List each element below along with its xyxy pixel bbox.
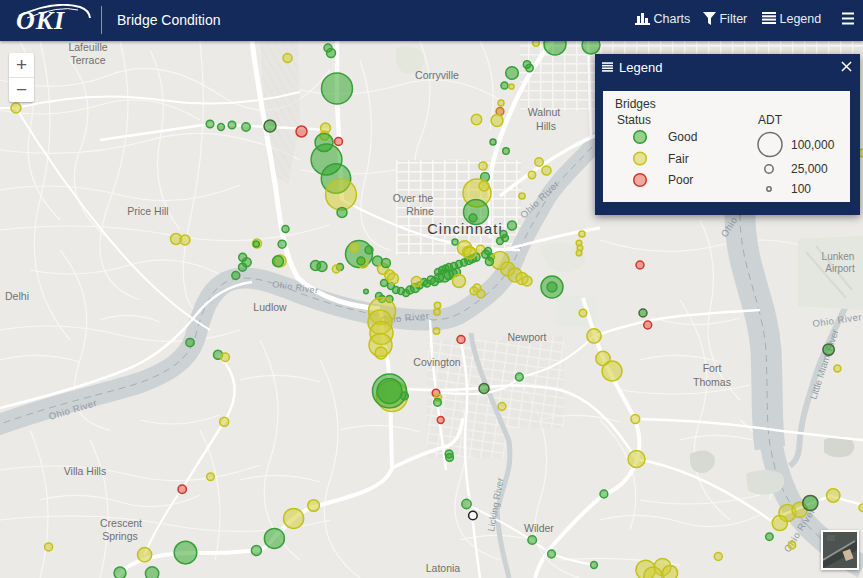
svg-text:Terrace: Terrace — [70, 54, 105, 66]
svg-text:Ludlow: Ludlow — [253, 301, 287, 313]
svg-text:Fair: Fair — [668, 152, 689, 166]
svg-text:Rhine: Rhine — [406, 205, 434, 217]
svg-text:Fort: Fort — [703, 362, 722, 374]
svg-text:Status: Status — [617, 113, 651, 127]
svg-text:Lunken: Lunken — [822, 251, 855, 262]
svg-text:Villa Hills: Villa Hills — [64, 465, 106, 477]
svg-text:Price Hill: Price Hill — [127, 205, 168, 217]
svg-text:Covington: Covington — [413, 356, 460, 368]
svg-text:25,000: 25,000 — [791, 162, 828, 176]
svg-text:100,000: 100,000 — [791, 138, 835, 152]
svg-text:Latonia: Latonia — [426, 562, 461, 574]
svg-text:Good: Good — [668, 130, 697, 144]
svg-text:Bridges: Bridges — [615, 97, 656, 111]
svg-text:Newport: Newport — [507, 331, 546, 343]
svg-text:Crescent: Crescent — [100, 517, 142, 529]
svg-text:Thomas: Thomas — [693, 376, 731, 388]
svg-text:Poor: Poor — [668, 173, 693, 187]
svg-text:Delhi: Delhi — [5, 290, 29, 302]
svg-text:Hills: Hills — [536, 120, 556, 132]
svg-text:Walnut: Walnut — [528, 106, 560, 118]
svg-text:Airport: Airport — [825, 263, 855, 274]
svg-text:ADT: ADT — [758, 113, 783, 127]
svg-text:Wilder: Wilder — [524, 522, 554, 534]
svg-text:100: 100 — [791, 182, 811, 196]
svg-text:Springs: Springs — [102, 530, 138, 542]
svg-text:Lafeuille: Lafeuille — [68, 41, 107, 53]
svg-text:Cincinnati: Cincinnati — [427, 221, 503, 237]
svg-text:Corryville: Corryville — [415, 69, 459, 81]
svg-text:Over the: Over the — [393, 192, 433, 204]
